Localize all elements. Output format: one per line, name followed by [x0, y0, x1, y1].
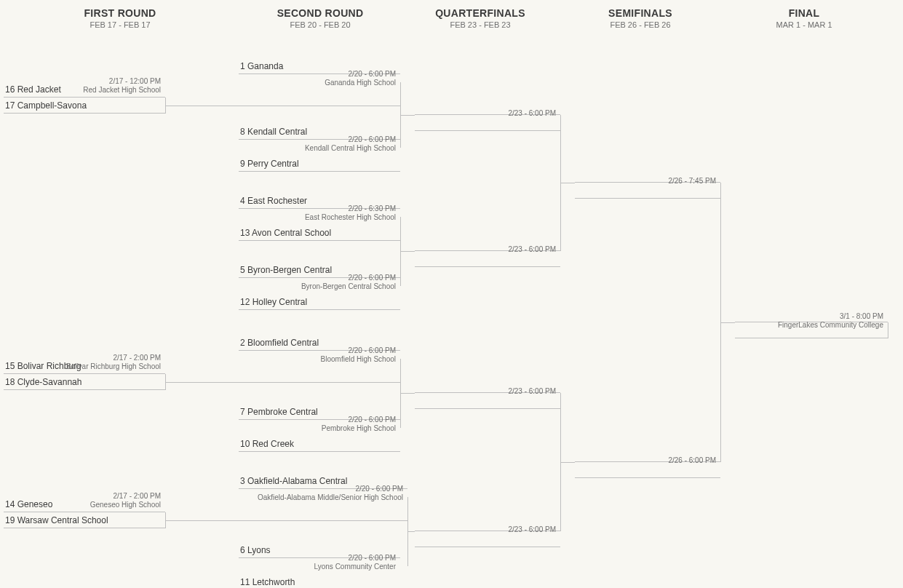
- match-time: 2/20 - 6:00 PM: [348, 346, 396, 354]
- round-header-final: FINAL MAR 1 - MAR 1: [776, 7, 832, 29]
- bracket-line: [165, 520, 239, 521]
- round-dates: FEB 20 - FEB 20: [277, 20, 364, 29]
- match-info: 2/23 - 6:00 PM: [508, 109, 556, 118]
- match-location: Pembroke High School: [322, 424, 396, 433]
- match-time: 2/17 - 2:00 PM: [113, 492, 161, 500]
- round-title: SECOND ROUND: [277, 7, 364, 19]
- match-info: 2/20 - 6:00 PM Pembroke High School: [322, 416, 396, 433]
- match-time: 2/20 - 6:00 PM: [348, 135, 396, 143]
- team-row: 10 Red Creek: [239, 436, 400, 452]
- match-info: 2/20 - 6:00 PM Lyons Community Center: [314, 554, 396, 571]
- r2-match-3: 4 East Rochester 13 Avon Central School …: [239, 193, 400, 241]
- match-info: 2/17 - 2:00 PM Geneseo High School: [90, 492, 161, 509]
- match-time: 2/23 - 6:00 PM: [508, 387, 556, 395]
- match-location: Gananda High School: [325, 79, 396, 87]
- match-info: 2/20 - 6:00 PM Bloomfield High School: [321, 346, 396, 364]
- qf-match-3: 2/23 - 6:00 PM: [415, 377, 560, 409]
- round-dates: FEB 23 - FEB 23: [435, 20, 525, 29]
- bracket-line: [888, 322, 888, 338]
- bracket-line: [400, 251, 415, 252]
- qf-match-2: 2/23 - 6:00 PM: [415, 235, 560, 267]
- match-location: Kendall Central High School: [305, 144, 396, 153]
- match-time: 2/26 - 6:00 PM: [668, 456, 716, 464]
- round-headers: FIRST ROUND FEB 17 - FEB 17 SECOND ROUND…: [0, 7, 903, 36]
- match-location: Oakfield-Alabama Middle/Senior High Scho…: [258, 493, 403, 502]
- team-row: 11 Letchworth: [239, 574, 400, 588]
- sf-match-2: 2/26 - 6:00 PM: [575, 446, 720, 478]
- r1-match-3: 14 Geneseo 19 Warsaw Central School 2/17…: [4, 496, 165, 528]
- r2-match-7: 3 Oakfield-Alabama Central 2/20 - 6:00 P…: [239, 473, 407, 521]
- match-time: 2/20 - 6:00 PM: [348, 554, 396, 562]
- bracket-line: [720, 322, 735, 323]
- final-match: 3/1 - 8:00 PM FingerLakes Community Coll…: [735, 306, 888, 338]
- team-row: 9 Perry Central: [239, 156, 400, 172]
- bracket-line: [400, 393, 415, 394]
- bracket-line: [165, 106, 239, 106]
- round-dates: FEB 26 - FEB 26: [608, 20, 672, 29]
- match-info: 2/26 - 7:45 PM: [668, 177, 716, 186]
- r2-match-4: 5 Byron-Bergen Central 12 Holley Central…: [239, 262, 400, 310]
- match-time: 2/20 - 6:00 PM: [355, 485, 403, 493]
- r2-match-8: 6 Lyons 11 Letchworth 2/20 - 6:00 PM Lyo…: [239, 542, 400, 588]
- match-info: 2/23 - 6:00 PM: [508, 245, 556, 254]
- match-info: 2/17 - 2:00 PM Bolivar Richburg High Sch…: [66, 354, 161, 371]
- match-time: 2/20 - 6:00 PM: [348, 70, 396, 78]
- match-info: 2/23 - 6:00 PM: [508, 525, 556, 534]
- r2-match-2: 8 Kendall Central 9 Perry Central 2/20 -…: [239, 124, 400, 172]
- team-row: [239, 367, 400, 383]
- match-time: 2/17 - 2:00 PM: [113, 354, 161, 362]
- r2-match-5: 2 Bloomfield Central 2/20 - 6:00 PM Bloo…: [239, 335, 400, 383]
- match-info: 2/20 - 6:00 PM Oakfield-Alabama Middle/S…: [258, 485, 403, 502]
- match-info: 2/20 - 6:00 PM Kendall Central High Scho…: [305, 135, 396, 153]
- match-location: Bolivar Richburg High School: [66, 362, 161, 371]
- match-time: 2/23 - 6:00 PM: [508, 245, 556, 253]
- match-time: 2/26 - 7:45 PM: [668, 177, 716, 185]
- r2-match-6: 7 Pembroke Central 10 Red Creek 2/20 - 6…: [239, 404, 400, 452]
- match-time: 2/20 - 6:00 PM: [348, 274, 396, 282]
- match-location: Lyons Community Center: [314, 563, 396, 571]
- bracket-line: [560, 183, 575, 183]
- match-location: Red Jacket High School: [83, 86, 161, 95]
- r2-match-1: 1 Gananda 2/20 - 6:00 PM Gananda High Sc…: [239, 58, 400, 106]
- match-info: 2/20 - 6:30 PM East Rochester High Schoo…: [305, 204, 396, 222]
- match-time: 2/20 - 6:00 PM: [348, 416, 396, 424]
- round-title: FINAL: [776, 7, 832, 19]
- match-location: East Rochester High School: [305, 213, 396, 222]
- team-row: 19 Warsaw Central School: [4, 512, 165, 528]
- bracket-line: [400, 115, 415, 116]
- bracket-line: [407, 531, 415, 532]
- round-title: FIRST ROUND: [84, 7, 156, 19]
- r1-match-1: 16 Red Jacket 17 Campbell-Savona 2/17 - …: [4, 82, 165, 114]
- match-location: Geneseo High School: [90, 501, 161, 509]
- team-row: [239, 90, 400, 106]
- match-time: 2/17 - 12:00 PM: [109, 77, 161, 85]
- qf-match-4: 2/23 - 6:00 PM: [415, 515, 560, 547]
- team-row: 17 Campbell-Savona: [4, 98, 165, 114]
- r1-match-2: 15 Bolivar Richburg 18 Clyde-Savannah 2/…: [4, 358, 165, 390]
- match-info: 2/20 - 6:00 PM Byron-Bergen Central Scho…: [301, 274, 396, 291]
- round-title: QUARTERFINALS: [435, 7, 525, 19]
- team-row: 13 Avon Central School: [239, 225, 400, 241]
- match-info: 2/20 - 6:00 PM Gananda High School: [325, 70, 396, 87]
- round-title: SEMIFINALS: [608, 7, 672, 19]
- match-location: Bloomfield High School: [321, 355, 396, 364]
- qf-match-1: 2/23 - 6:00 PM: [415, 99, 560, 131]
- bracket-arena: 16 Red Jacket 17 Campbell-Savona 2/17 - …: [0, 36, 903, 588]
- bracket-line: [560, 462, 575, 463]
- match-info: 2/23 - 6:00 PM: [508, 387, 556, 396]
- match-time: 3/1 - 8:00 PM: [840, 312, 883, 320]
- sf-match-1: 2/26 - 7:45 PM: [575, 167, 720, 199]
- round-dates: MAR 1 - MAR 1: [776, 20, 832, 29]
- match-time: 2/20 - 6:30 PM: [348, 204, 396, 212]
- team-row: 12 Holley Central: [239, 294, 400, 310]
- match-location: Byron-Bergen Central School: [301, 282, 396, 291]
- match-time: 2/23 - 6:00 PM: [508, 525, 556, 533]
- round-header-quarter: QUARTERFINALS FEB 23 - FEB 23: [435, 7, 525, 29]
- round-header-second: SECOND ROUND FEB 20 - FEB 20: [277, 7, 364, 29]
- round-header-semi: SEMIFINALS FEB 26 - FEB 26: [608, 7, 672, 29]
- bracket-line: [165, 382, 239, 383]
- team-row: [239, 505, 407, 521]
- team-row: 18 Clyde-Savannah: [4, 374, 165, 390]
- match-info: 2/26 - 6:00 PM: [668, 456, 716, 465]
- match-location: FingerLakes Community College: [778, 321, 883, 330]
